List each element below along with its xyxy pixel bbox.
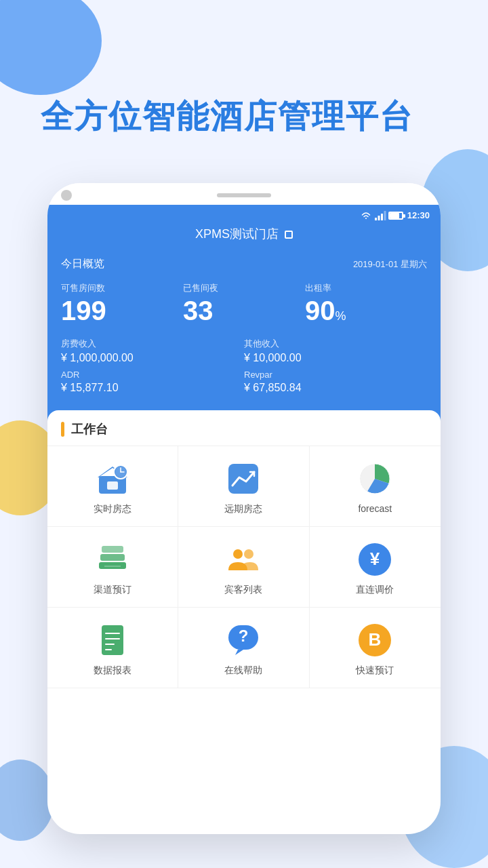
overview-date: 2019-01-01 星期六 [353,258,427,271]
grid-item-guest-list[interactable]: 宾客列表 [178,527,309,608]
phone-camera [61,190,72,201]
occupancy-value: 90% [305,297,427,324]
status-time: 12:30 [407,210,430,220]
page-title: 全方位智能酒店管理平台 [41,95,413,138]
app-header: 12:30 XPMS测试门店 今日概览 2019-01-01 星期六 可售房间数… [47,205,441,688]
grid-item-realtime-room[interactable]: 实时房态 [47,446,178,527]
trend-icon [224,460,262,498]
yuan-circle-icon: ¥ [356,540,394,578]
room-revenue: 房费收入 ¥ 1,000,000.00 [61,338,244,364]
other-revenue: 其他收入 ¥ 10,000.00 [244,338,427,364]
room-revenue-value: ¥ 1,000,000.00 [61,352,244,364]
app-title-bar: XPMS测试门店 [47,223,441,249]
sold-nights-label: 已售间夜 [183,282,305,294]
quick-booking-label: 快速预订 [356,665,394,677]
phone-speaker [217,193,271,197]
occupancy-label: 出租率 [305,282,427,294]
wifi-icon [360,211,372,220]
svg-text:?: ? [239,627,249,645]
available-rooms-value: 199 [61,297,183,324]
phone-mockup: 12:30 XPMS测试门店 今日概览 2019-01-01 星期六 可售房间数… [47,183,441,834]
svg-rect-15 [100,554,125,561]
overview-label: 今日概览 [61,257,104,271]
person-group-icon [224,540,262,578]
grid-item-direct-price[interactable]: ¥ 直连调价 [310,527,441,608]
workbench-indicator [61,422,64,437]
workbench-header: 工作台 [47,421,441,446]
direct-price-label: 直连调价 [356,584,394,596]
svg-marker-28 [235,650,243,655]
available-rooms-stat: 可售房间数 199 [61,282,183,324]
occupancy-stat: 出租率 90% [305,282,427,324]
available-rooms-label: 可售房间数 [61,282,183,294]
workbench-title: 工作台 [71,421,108,437]
bg-decoration-bottom-left [0,760,54,841]
sold-nights-value: 33 [183,297,305,324]
revpar-label: Revpar [244,370,427,380]
overview-section: 今日概览 2019-01-01 星期六 可售房间数 199 已售间夜 33 出租… [47,249,441,410]
icon-grid: 实时房态 远期房态 [47,446,441,688]
svg-rect-2 [381,214,383,220]
adr-value: ¥ 15,877.10 [61,382,244,394]
svg-point-18 [233,549,243,559]
svg-point-19 [244,549,253,559]
forecast-label: forecast [358,503,392,514]
workbench: 工作台 [47,410,441,688]
stats-row: 可售房间数 199 已售间夜 33 出租率 90% [61,282,427,324]
grid-item-data-report[interactable]: 数据报表 [47,608,178,688]
question-icon: ? [224,621,262,659]
signal-icon [375,211,386,220]
report-icon [94,621,131,659]
adr: ADR ¥ 15,877.10 [61,370,244,394]
guest-list-label: 宾客列表 [224,584,262,596]
grid-item-forecast[interactable]: forecast [310,446,441,527]
svg-rect-0 [375,218,377,220]
revpar: Revpar ¥ 67,850.84 [244,370,427,394]
finance-grid: 房费收入 ¥ 1,000,000.00 其他收入 ¥ 10,000.00 ADR… [61,338,427,405]
future-room-label: 远期房态 [224,503,262,515]
phone-top-bar [47,183,441,205]
sold-nights-stat: 已售间夜 33 [183,282,305,324]
overview-header: 今日概览 2019-01-01 星期六 [61,257,427,271]
revpar-value: ¥ 67,850.84 [244,382,427,394]
svg-rect-6 [107,481,118,490]
edit-icon[interactable] [285,231,293,239]
battery-icon [388,212,403,220]
bg-decoration-top-left [0,0,102,95]
store-name: XPMS测试门店 [195,227,279,241]
grid-item-online-help[interactable]: ? 在线帮助 [178,608,309,688]
other-revenue-label: 其他收入 [244,338,427,350]
house-clock-icon [94,460,131,498]
phone-screen: 12:30 XPMS测试门店 今日概览 2019-01-01 星期六 可售房间数… [47,205,441,834]
channel-booking-label: 渠道预订 [94,584,131,596]
grid-item-future-room[interactable]: 远期房态 [178,446,309,527]
online-help-label: 在线帮助 [224,665,262,677]
realtime-room-label: 实时房态 [94,503,131,515]
pie-chart-icon [356,460,394,498]
svg-text:B: B [369,629,382,650]
layers-icon [94,540,131,578]
svg-text:¥: ¥ [370,549,380,569]
grid-item-channel-booking[interactable]: 渠道预订 [47,527,178,608]
svg-rect-22 [102,625,123,655]
svg-rect-14 [102,546,123,553]
adr-label: ADR [61,370,244,380]
other-revenue-value: ¥ 10,000.00 [244,352,427,364]
svg-rect-3 [384,211,386,220]
status-icons [360,211,403,220]
status-bar: 12:30 [47,205,441,223]
svg-rect-16 [99,562,126,569]
b-circle-icon: B [356,621,394,659]
data-report-label: 数据报表 [94,665,131,677]
room-revenue-label: 房费收入 [61,338,244,350]
grid-item-quick-booking[interactable]: B 快速预订 [310,608,441,688]
svg-rect-1 [378,216,380,220]
